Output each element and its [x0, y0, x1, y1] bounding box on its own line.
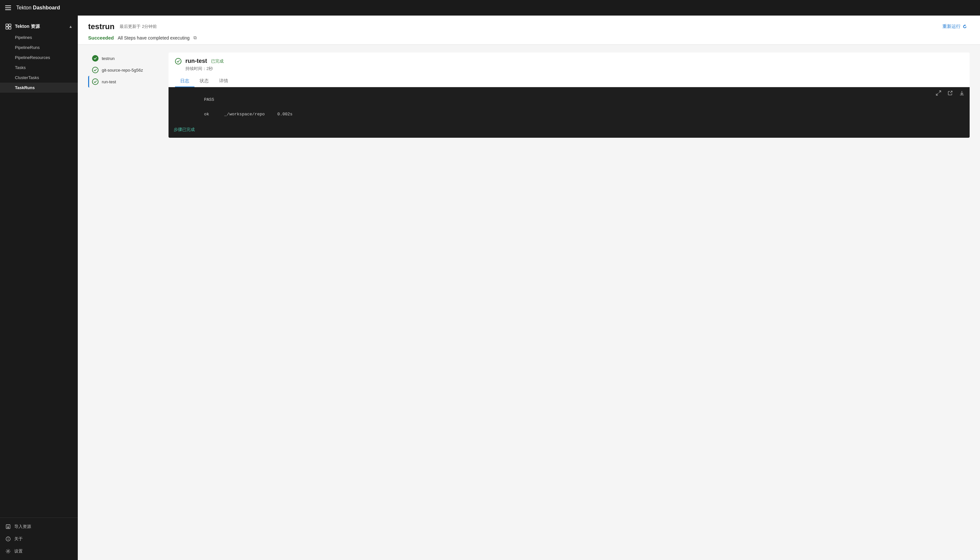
about-icon [5, 536, 11, 542]
step-check-git-source [92, 67, 98, 73]
detail-status-badge: 已完成 [211, 58, 223, 64]
app-title: Tekton Dashboard [16, 5, 60, 11]
page-header: testrun 最后更新于 2分钟前 重新运行 Succeeded All St… [78, 15, 980, 45]
sidebar-bottom: 导入资源 关于 设置 [0, 518, 78, 560]
detail-header: run-test 已完成 [168, 52, 970, 65]
rerun-button[interactable]: 重新运行 [940, 22, 970, 31]
step-check-filled-testrun [92, 55, 98, 62]
detail-tabs: 日志 状态 详情 [168, 75, 970, 87]
tab-status[interactable]: 状态 [195, 75, 214, 87]
log-download-button[interactable] [958, 90, 966, 98]
rerun-icon [962, 24, 967, 29]
import-icon [5, 524, 11, 530]
svg-line-12 [950, 91, 952, 93]
sidebar-item-clustertasks[interactable]: ClusterTasks [0, 73, 78, 83]
log-complete: 步骤已完成 [174, 127, 965, 133]
svg-rect-0 [6, 24, 8, 26]
detail-panel: run-test 已完成 持续时间：2秒 日志 状态 详情 [168, 52, 970, 138]
svg-point-8 [8, 538, 8, 538]
sidebar: Tekton 资源 ▲ Pipelines PipelineRuns Pipel… [0, 15, 78, 560]
menu-icon[interactable] [5, 5, 11, 10]
status-badge: Succeeded [88, 35, 114, 40]
sidebar-item-pipelineresources[interactable]: PipelineResources [0, 52, 78, 63]
sidebar-item-taskruns[interactable]: TaskRuns [0, 83, 78, 93]
topbar: Tekton Dashboard [0, 0, 980, 15]
log-area: PASS ok _/workspace/repo 0.002s 步骤已完成 [168, 87, 970, 138]
detail-step-name: run-test [185, 58, 207, 65]
log-content: PASS ok _/workspace/repo 0.002s [174, 92, 965, 122]
svg-line-11 [939, 91, 941, 93]
sidebar-item-pipelineruns[interactable]: PipelineRuns [0, 42, 78, 52]
log-expand-button[interactable] [935, 90, 942, 98]
status-message: All Steps have completed executing [118, 35, 190, 40]
sidebar-chevron-icon: ▲ [69, 24, 73, 29]
svg-rect-3 [9, 27, 11, 29]
detail-check-icon [175, 58, 182, 65]
log-toolbar [935, 90, 966, 98]
sidebar-item-tasks[interactable]: Tasks [0, 63, 78, 73]
page-title: testrun [88, 22, 114, 31]
content-area: testrun git-source-repo-5g56z [78, 45, 980, 145]
step-label-testrun: testrun [102, 56, 115, 61]
sidebar-section-label: Tekton 资源 [15, 24, 40, 30]
detail-duration: 持续时间：2秒 [168, 65, 970, 72]
settings-label: 设置 [14, 548, 23, 554]
tab-details[interactable]: 详情 [214, 75, 233, 87]
tab-logs[interactable]: 日志 [175, 75, 195, 87]
main-content: testrun 最后更新于 2分钟前 重新运行 Succeeded All St… [78, 15, 980, 560]
page-updated: 最后更新于 2分钟前 [120, 24, 157, 30]
about-label: 关于 [14, 536, 23, 542]
sidebar-item-about[interactable]: 关于 [0, 533, 78, 545]
copy-icon[interactable]: ⧉ [193, 35, 197, 40]
step-label-git-source: git-source-repo-5g56z [102, 68, 143, 73]
status-row: Succeeded All Steps have completed execu… [88, 35, 970, 44]
step-item-testrun[interactable]: testrun [88, 52, 166, 64]
tekton-resources-icon [5, 23, 12, 30]
sidebar-section-header[interactable]: Tekton 资源 ▲ [0, 21, 78, 32]
step-item-run-test[interactable]: run-test [88, 76, 166, 88]
sidebar-item-import[interactable]: 导入资源 [0, 520, 78, 533]
steps-panel: testrun git-source-repo-5g56z [88, 52, 166, 138]
step-label-run-test: run-test [102, 79, 116, 84]
svg-rect-2 [6, 27, 8, 29]
import-label: 导入资源 [14, 524, 31, 530]
step-check-run-test [92, 78, 98, 85]
settings-icon [5, 548, 11, 554]
sidebar-item-settings[interactable]: 设置 [0, 545, 78, 557]
sidebar-item-pipelines[interactable]: Pipelines [0, 32, 78, 42]
svg-point-9 [7, 551, 9, 552]
log-external-button[interactable] [946, 90, 954, 98]
svg-line-10 [936, 93, 938, 95]
svg-rect-1 [9, 24, 11, 26]
step-item-git-source[interactable]: git-source-repo-5g56z [88, 64, 166, 76]
